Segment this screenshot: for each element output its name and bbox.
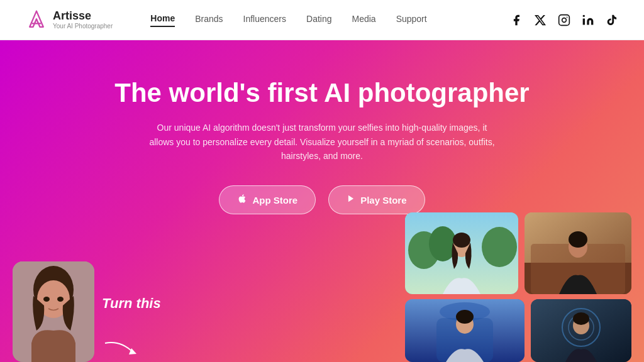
svg-point-1 bbox=[562, 18, 567, 22]
tiktok-icon[interactable] bbox=[605, 13, 619, 27]
photo-dark bbox=[531, 299, 631, 362]
svg-rect-0 bbox=[559, 14, 570, 25]
svg-point-22 bbox=[569, 231, 587, 248]
apple-icon bbox=[237, 194, 247, 206]
svg-point-9 bbox=[43, 297, 50, 302]
svg-point-10 bbox=[57, 297, 64, 302]
photos-bottom-row bbox=[405, 299, 631, 362]
photos-right-group bbox=[169, 212, 631, 362]
nav-media[interactable]: Media bbox=[352, 14, 375, 26]
nav-brands[interactable]: Brands bbox=[195, 14, 223, 26]
photos-area: Turn this bbox=[0, 236, 644, 362]
hero-title: The world's first AI photographer bbox=[114, 78, 529, 108]
play-store-button[interactable]: Play Store bbox=[328, 185, 425, 214]
photo-blue bbox=[405, 299, 525, 362]
social-icons bbox=[509, 13, 619, 27]
nav-links: Home Brands Influencers Dating Media Sup… bbox=[150, 13, 509, 27]
logo-icon bbox=[25, 9, 48, 31]
svg-point-17 bbox=[453, 233, 470, 248]
linkedin-icon[interactable] bbox=[581, 13, 595, 27]
app-store-button[interactable]: App Store bbox=[219, 185, 316, 214]
nav-support[interactable]: Support bbox=[396, 14, 427, 26]
play-icon bbox=[347, 194, 355, 206]
left-bottom-area: Turn this bbox=[102, 295, 161, 362]
twitter-icon[interactable] bbox=[533, 13, 547, 27]
hero-subtitle: Our unique AI algorithm doesn't just tra… bbox=[146, 121, 498, 163]
play-store-label: Play Store bbox=[360, 195, 406, 206]
svg-point-4 bbox=[583, 14, 585, 16]
photos-top-row bbox=[405, 212, 631, 294]
svg-point-2 bbox=[567, 16, 568, 18]
nav-influencers[interactable]: Influencers bbox=[243, 14, 286, 26]
photo-warm bbox=[525, 212, 631, 294]
logo-tagline: Your AI Photographer bbox=[53, 23, 113, 30]
logo[interactable]: Artisse Your AI Photographer bbox=[25, 9, 113, 31]
svg-point-27 bbox=[456, 310, 474, 324]
facebook-icon[interactable] bbox=[509, 13, 523, 27]
svg-point-15 bbox=[482, 227, 517, 267]
logo-text: Artisse Your AI Photographer bbox=[53, 10, 113, 30]
logo-name: Artisse bbox=[53, 10, 113, 23]
svg-point-32 bbox=[573, 312, 589, 325]
hero-section: The world's first AI photographer Our un… bbox=[0, 40, 644, 362]
app-store-label: App Store bbox=[252, 195, 297, 206]
nav-dating[interactable]: Dating bbox=[306, 14, 331, 26]
instagram-icon[interactable] bbox=[557, 13, 571, 27]
svg-marker-5 bbox=[348, 195, 353, 202]
navbar: Artisse Your AI Photographer Home Brands… bbox=[0, 0, 644, 40]
nav-home[interactable]: Home bbox=[150, 13, 175, 27]
cta-buttons: App Store Play Store bbox=[219, 185, 425, 214]
svg-rect-3 bbox=[583, 18, 585, 25]
photo-selfie-left bbox=[13, 261, 94, 362]
photo-nature bbox=[405, 212, 518, 294]
turn-this-text: Turn this bbox=[102, 295, 161, 312]
curve-arrow bbox=[102, 337, 140, 362]
